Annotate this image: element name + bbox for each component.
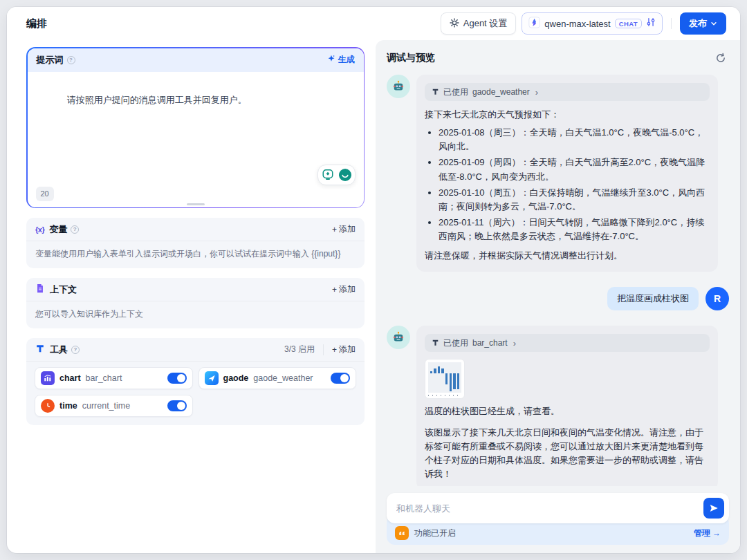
info-icon[interactable]: ? [67, 56, 75, 64]
tool-used-prefix: 已使用 [443, 337, 468, 349]
plus-icon: + [332, 345, 337, 355]
bot-avatar [387, 326, 410, 349]
variables-card: {x} 变量 ? + 添加 变量能使用用户输入表单引入提示词或开场白，你可以试试… [26, 218, 365, 268]
message-paragraph: 温度的柱状图已经生成，请查看。 [425, 404, 710, 418]
bot-bubble: 已使用 gaode_weather › 接下来七天北京的天气预报如下： 2025… [416, 75, 718, 272]
time-tool-icon [41, 399, 55, 413]
tools-enabled-count: 3/3 启用 [284, 344, 315, 355]
message-intro: 接下来七天北京的天气预报如下： [425, 108, 710, 122]
publish-button[interactable]: 发布 [680, 12, 726, 35]
chat-input-bar [387, 493, 729, 523]
chat-footer: 功能已开启 管理 → [387, 493, 729, 545]
message-paragraph: 该图显示了接下来几天北京日间和夜间的气温变化情况。请注意，由于标签可能有所重叠或… [425, 426, 710, 482]
forecast-item: 2025-01-08（周三）：全天晴，白天气温1.0°C，夜晚气温-5.0°C，… [439, 126, 710, 153]
send-button[interactable] [703, 498, 724, 519]
model-selector[interactable]: qwen-max-latest CHAT [522, 12, 663, 35]
variables-title: 变量 [49, 223, 67, 236]
chevron-down-icon [710, 19, 717, 29]
tools-icon [35, 344, 45, 356]
top-bar-controls: Agent 设置 qwen-max-latest CHAT 发布 [441, 12, 726, 35]
tool-name: bar_chart [86, 373, 122, 383]
tool-row-bar-chart[interactable]: chart bar_chart [35, 367, 193, 389]
context-description: 您可以导入知识库作为上下文 [26, 301, 365, 328]
model-name: qwen-max-latest [544, 19, 610, 29]
model-provider-icon [528, 17, 540, 31]
chat-input[interactable] [396, 503, 703, 514]
tool-used-bar[interactable]: 已使用 gaode_weather › [425, 83, 710, 101]
bar-chart-thumbnail[interactable] [425, 359, 465, 399]
user-bubble: 把温度画成柱状图 [607, 287, 699, 310]
tool-toggle[interactable] [167, 400, 187, 411]
tool-provider: chart [59, 373, 81, 383]
tool-toggle[interactable] [167, 373, 187, 384]
prompt-card-header: 提示词 ? 生成 [28, 48, 364, 72]
model-type-badge: CHAT [615, 19, 642, 28]
tool-toggle[interactable] [331, 373, 350, 384]
prompt-content: 请按照用户提问的消息调用工具并回复用户。 [67, 95, 247, 105]
tools-divider [323, 344, 324, 355]
tool-used-bar[interactable]: 已使用 bar_chart › [425, 334, 710, 352]
agent-settings-button[interactable]: Agent 设置 [441, 12, 517, 35]
user-message: 把温度画成柱状图 R [387, 287, 729, 310]
bot-message: 已使用 bar_chart › 温度的柱状图已经生成，请查看。 该图显示了接下来… [387, 326, 729, 486]
bot-message: 已使用 gaode_weather › 接下来七天北京的天气预报如下： 2025… [387, 75, 729, 272]
add-variable-button[interactable]: + 添加 [332, 223, 356, 235]
add-tool-label: 添加 [339, 344, 356, 355]
context-card: 上下文 + 添加 您可以导入知识库作为上下文 [26, 278, 365, 328]
gaode-tool-icon [205, 371, 219, 385]
generate-button[interactable]: 生成 [327, 54, 355, 66]
gear-icon [450, 18, 459, 30]
info-icon[interactable]: ? [71, 225, 79, 234]
variables-description: 变量能使用用户输入表单引入提示词或开场白，你可以试试在提示词中输入 {{inpu… [26, 241, 365, 268]
bulb-idea-icon[interactable] [320, 167, 335, 183]
plus-icon: + [332, 285, 337, 295]
add-context-button[interactable]: + 添加 [332, 283, 356, 295]
prompt-title: 提示词 [37, 54, 64, 66]
page-title: 编排 [26, 17, 47, 30]
forecast-item: 2025-01-09（周四）：全天晴，白天气温升高至2.0°C，夜晚气温降低至-… [439, 156, 710, 183]
add-context-label: 添加 [339, 283, 356, 295]
tools-grid: chart bar_chart gaode gaode_weather [26, 362, 365, 425]
arrow-right-icon: → [712, 528, 721, 538]
forecast-item: 2025-01-11（周六）：日间天气转阴，气温略微下降到2.0°C，持续西南风… [439, 216, 710, 243]
agent-settings-label: Agent 设置 [463, 17, 508, 30]
tools-header: 工具 ? 3/3 启用 + 添加 [26, 338, 365, 362]
resize-handle[interactable] [187, 203, 205, 205]
variables-icon: {x} [35, 225, 44, 234]
chevron-right-icon: › [535, 87, 538, 97]
user-avatar: R [706, 287, 729, 310]
chart-thumbnail-plot [428, 362, 461, 393]
prompt-card: 提示词 ? 生成 请按照用户提问的消息调用工具并回复用户。 20 [26, 47, 365, 208]
tool-icon [432, 337, 439, 349]
tools-title: 工具 [50, 344, 68, 356]
bot-bubble: 已使用 bar_chart › 温度的柱状图已经生成，请查看。 该图显示了接下来… [416, 326, 718, 486]
add-variable-label: 添加 [339, 223, 356, 235]
quote-feature-icon [395, 526, 409, 540]
orchestrate-column: 提示词 ? 生成 请按照用户提问的消息调用工具并回复用户。 20 [7, 40, 376, 553]
chevron-right-icon: › [513, 338, 516, 348]
tool-used-name: gaode_weather [472, 87, 530, 97]
top-bar: 编排 Agent 设置 qwen-max-latest CHAT 发 [7, 7, 740, 40]
tool-name: current_time [82, 401, 130, 411]
debug-preview-panel: 调试与预览 已使用 [376, 40, 740, 553]
feature-banner-text: 功能已开启 [414, 528, 456, 539]
assistant-widget-pill [317, 165, 356, 185]
manage-link[interactable]: 管理 → [694, 528, 721, 539]
message-outro: 请注意保暖，并根据实际天气情况调整出行计划。 [425, 249, 710, 263]
tool-row-current-time[interactable]: time current_time [35, 395, 193, 417]
restart-icon[interactable] [712, 50, 729, 66]
prompt-editor[interactable]: 请按照用户提问的消息调用工具并回复用户。 20 [28, 72, 364, 207]
document-icon [35, 283, 45, 296]
manage-label: 管理 [694, 528, 710, 539]
bot-avatar [387, 75, 410, 98]
preview-title: 调试与预览 [387, 52, 435, 64]
add-tool-button[interactable]: + 添加 [332, 344, 356, 355]
forecast-item: 2025-01-10（周五）：白天保持晴朗，气温继续升至3.0°C，风向西南；夜… [439, 186, 710, 214]
tools-card: 工具 ? 3/3 启用 + 添加 [26, 338, 365, 425]
chat-bubble-icon[interactable] [338, 167, 353, 183]
context-header: 上下文 + 添加 [26, 278, 365, 301]
tool-provider: gaode [223, 373, 249, 383]
generate-label: 生成 [338, 54, 355, 66]
tool-row-gaode-weather[interactable]: gaode gaode_weather [199, 367, 357, 389]
info-icon[interactable]: ? [71, 346, 80, 354]
